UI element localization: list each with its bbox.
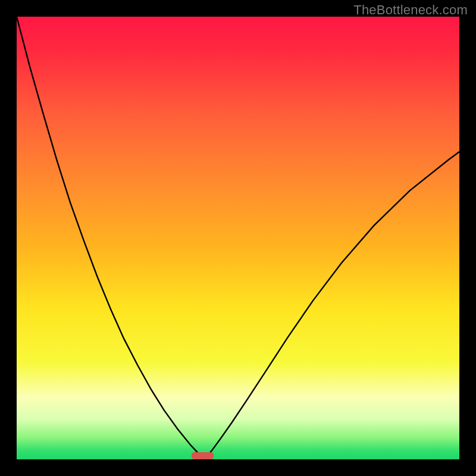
watermark-text: TheBottleneck.com [353,2,468,18]
chart-frame: TheBottleneck.com [0,0,476,476]
plot-area [17,17,459,459]
bottleneck-curve-chart [17,17,459,459]
optimum-marker [192,452,214,459]
